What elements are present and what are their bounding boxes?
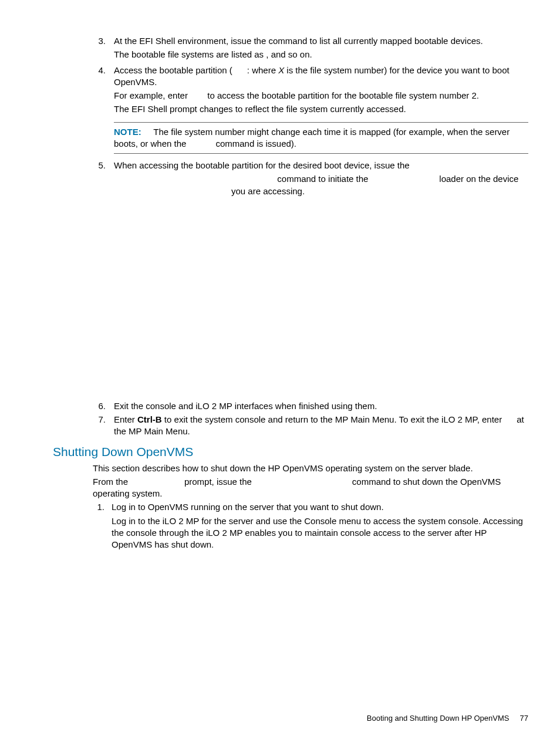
text: Exit the console and iLO 2 MP interfaces…: [114, 401, 377, 411]
blank-region: [53, 201, 528, 400]
ordered-list-continued: 5. When accessing the bootable partition…: [93, 160, 528, 199]
text: to access the bootable partition for the…: [205, 90, 479, 100]
text: At the EFI Shell environment, issue the: [114, 36, 268, 46]
list-number: 5.: [93, 160, 114, 199]
text: When accessing the bootable partition fo…: [114, 160, 410, 170]
document-page: 3. At the EFI Shell environment, issue t…: [0, 0, 560, 746]
variable-text: X: [278, 65, 284, 75]
footer-section-title: Booting and Shutting Down HP OpenVMS: [367, 714, 510, 723]
text: The bootable file systems are listed as: [114, 49, 266, 59]
list-body: When accessing the bootable partition fo…: [114, 160, 528, 199]
ordered-list-continued: 3. At the EFI Shell environment, issue t…: [93, 35, 528, 117]
text: Access the bootable partition (: [114, 65, 232, 75]
list-number: 3.: [93, 35, 114, 63]
section-body: This section describes how to shut down …: [93, 463, 528, 553]
list-item-1: 1. Log in to OpenVMS running on the serv…: [93, 501, 528, 552]
text: , and so on.: [266, 49, 312, 59]
list-body: Access the bootable partition ( : where …: [114, 65, 528, 117]
note-text: The file system number might change each…: [114, 127, 510, 148]
section-heading: Shutting Down OpenVMS: [53, 445, 528, 459]
list-number: 6.: [93, 400, 114, 412]
note-callout: NOTE: The file system number might chang…: [114, 122, 528, 154]
paragraph: From the prompt, issue the command to sh…: [93, 476, 528, 500]
list-number: 7.: [93, 414, 114, 438]
text: From the: [93, 477, 130, 487]
list-body: At the EFI Shell environment, issue the …: [114, 35, 483, 63]
note-text: command is issued).: [213, 139, 296, 148]
keystroke: Ctrl-B: [137, 414, 162, 424]
list-item-4: 4. Access the bootable partition ( : whe…: [93, 65, 528, 117]
list-body: Enter Ctrl-B to exit the system console …: [114, 414, 528, 438]
list-item-3: 3. At the EFI Shell environment, issue t…: [93, 35, 528, 63]
list-item-6: 6. Exit the console and iLO 2 MP interfa…: [93, 400, 528, 412]
paragraph: This section describes how to shut down …: [93, 463, 528, 474]
text: Log in to OpenVMS running on the server …: [112, 501, 528, 513]
text: For example, enter: [114, 90, 190, 100]
ordered-list-continued: 6. Exit the console and iLO 2 MP interfa…: [93, 400, 528, 438]
page-footer: Booting and Shutting Down HP OpenVMS 77: [367, 714, 528, 723]
list-body: Exit the console and iLO 2 MP interfaces…: [114, 400, 377, 412]
list-item-5: 5. When accessing the bootable partition…: [93, 160, 528, 199]
list-item-7: 7. Enter Ctrl-B to exit the system conso…: [93, 414, 528, 438]
text: Enter: [114, 414, 137, 424]
page-number: 77: [520, 714, 528, 723]
text: : where: [247, 65, 278, 75]
text: command to list all currently mapped boo…: [268, 36, 483, 46]
text: The EFI Shell prompt changes to reflect …: [114, 104, 406, 114]
text: to exit the system console and return to…: [162, 414, 505, 424]
list-number: 4.: [93, 65, 114, 117]
text: command to initiate the: [275, 174, 370, 184]
list-number: 1.: [93, 501, 112, 552]
list-body: Log in to OpenVMS running on the server …: [112, 501, 528, 552]
text: prompt, issue the: [182, 477, 254, 487]
text: Log in to the iLO 2 MP for the server an…: [112, 515, 528, 551]
note-label: NOTE:: [114, 127, 141, 137]
